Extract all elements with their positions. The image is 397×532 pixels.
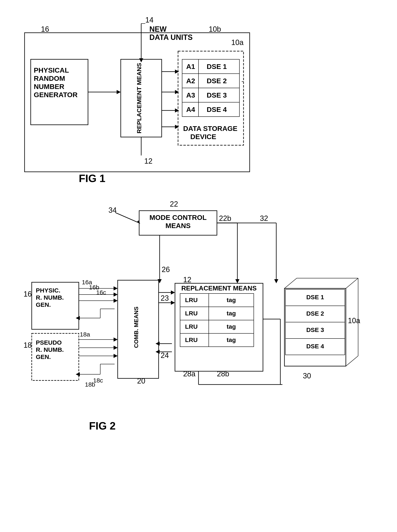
replacement-means-label-fig2: REPLACEMENT MEANS (181, 285, 257, 292)
physic-rng-label: PHYSIC. (36, 287, 60, 294)
tag4-label: tag (227, 336, 236, 343)
ref-28a: 28a (183, 370, 196, 378)
ref-22b: 22b (219, 214, 231, 223)
pseudo-rng-label: PSEUDO (36, 339, 62, 346)
lru2-label: LRU (185, 310, 198, 317)
ref-12-fig1: 12 (144, 157, 152, 165)
dse3-fig2: DSE 3 (306, 326, 324, 333)
svg-marker-62 (114, 346, 118, 350)
ref-18c: 18c (93, 377, 103, 384)
svg-marker-75 (155, 342, 160, 346)
svg-marker-55 (76, 316, 80, 320)
mode-control-label: MODE CONTROL (149, 214, 207, 221)
dse3-label-fig1: DSE 3 (207, 91, 227, 99)
ref-18-fig2: 18 (24, 341, 32, 349)
ref-24: 24 (161, 351, 169, 360)
tag2-label: tag (227, 310, 236, 317)
dse1-fig2: DSE 1 (306, 294, 324, 300)
ref-23: 23 (161, 294, 169, 302)
svg-marker-36 (158, 279, 162, 283)
svg-marker-71 (171, 290, 175, 294)
svg-text:MEANS: MEANS (166, 222, 191, 229)
dse4-fig2: DSE 4 (306, 343, 324, 349)
ref-30: 30 (303, 372, 311, 380)
ref-18a: 18a (80, 331, 90, 338)
lru4-label: LRU (185, 336, 198, 343)
a2-label: A2 (186, 77, 195, 85)
ref-14: 14 (145, 16, 154, 24)
a1-label: A1 (186, 63, 195, 70)
svg-marker-13 (175, 70, 179, 74)
svg-marker-64 (114, 354, 118, 358)
ref-28b: 28b (217, 370, 229, 378)
fig1-title: FIG 1 (79, 172, 105, 184)
ref-10a-fig2: 10a (348, 316, 360, 325)
svg-text:DEVICE: DEVICE (190, 133, 216, 141)
ref-22: 22 (170, 200, 178, 208)
svg-line-96 (346, 356, 358, 366)
dse2-label-fig1: DSE 2 (207, 77, 227, 85)
svg-marker-77 (155, 350, 160, 354)
new-data-units-label: NEW (149, 25, 167, 33)
svg-marker-15 (175, 90, 179, 94)
diagram-container: 16 PHYSICAL RANDOM NUMBER GENERATOR REPL… (0, 0, 397, 532)
ref-10a-fig1: 10a (231, 38, 244, 47)
tag1-label: tag (227, 297, 236, 303)
a4-label: A4 (186, 105, 195, 113)
svg-marker-42 (274, 279, 278, 283)
ref-16-fig2: 16 (24, 290, 32, 298)
svg-text:RANDOM: RANDOM (34, 74, 65, 82)
svg-text:R. NUMB.: R. NUMB. (36, 346, 64, 353)
svg-marker-6 (117, 90, 121, 94)
svg-text:NUMBER: NUMBER (34, 83, 64, 90)
lru1-label: LRU (185, 297, 198, 303)
svg-line-92 (285, 278, 297, 288)
svg-marker-49 (114, 293, 118, 297)
svg-marker-73 (171, 301, 175, 305)
ref-34: 34 (108, 206, 117, 214)
dash-fig1: - (242, 78, 243, 85)
tag3-label: tag (227, 323, 236, 330)
svg-marker-10 (139, 58, 143, 62)
a3-label: A3 (186, 91, 195, 99)
ref-10b: 10b (209, 25, 221, 33)
svg-marker-68 (76, 372, 80, 376)
svg-text:R. NUMB.: R. NUMB. (36, 294, 64, 301)
ref-16c: 16c (96, 289, 106, 296)
svg-marker-47 (114, 286, 118, 290)
data-storage-label: DATA STORAGE (183, 125, 237, 132)
comb-means-label: COMB. MEANS (133, 307, 139, 348)
ref-26: 26 (162, 265, 170, 274)
dse4-label-fig1: DSE 4 (207, 105, 227, 113)
svg-text:GEN.: GEN. (36, 301, 51, 308)
dse2-fig2: DSE 2 (306, 310, 324, 317)
dse1-label-fig1: DSE 1 (207, 63, 227, 70)
replacement-means-label-fig1: REPLACEMENT MEANS (136, 63, 143, 133)
svg-line-33 (116, 213, 139, 223)
ref-20: 20 (137, 377, 145, 385)
svg-marker-60 (114, 337, 118, 342)
lru3-label: LRU (185, 323, 198, 330)
svg-marker-39 (235, 279, 239, 283)
ref-12-fig2: 12 (183, 275, 191, 284)
svg-text:GEN.: GEN. (36, 354, 51, 360)
svg-text:DATA UNITS: DATA UNITS (149, 33, 192, 42)
svg-marker-17 (175, 108, 179, 112)
svg-text:GENERATOR: GENERATOR (34, 91, 78, 98)
svg-marker-19 (175, 125, 179, 129)
ref-32: 32 (260, 214, 268, 223)
fig2-title: FIG 2 (89, 420, 116, 432)
phys-rng-label: PHYSICAL (34, 66, 69, 74)
svg-line-93 (346, 278, 358, 288)
page: 16 PHYSICAL RANDOM NUMBER GENERATOR REPL… (0, 0, 397, 532)
svg-marker-51 (114, 299, 118, 303)
ref-16-fig1: 16 (41, 25, 49, 33)
